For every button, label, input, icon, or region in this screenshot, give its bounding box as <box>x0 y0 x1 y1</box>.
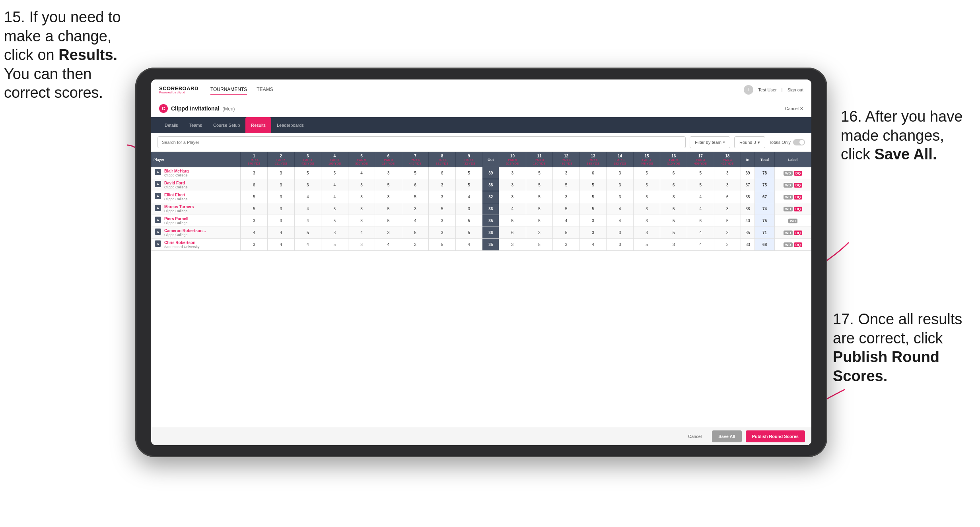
score-hole-18[interactable]: 3 <box>714 227 741 239</box>
score-hole-6[interactable]: 5 <box>375 179 402 191</box>
score-hole-12[interactable]: 5 <box>553 203 580 215</box>
score-hole-12[interactable]: 3 <box>553 167 580 179</box>
score-hole-2[interactable]: 4 <box>268 227 295 239</box>
score-hole-13[interactable]: 5 <box>579 191 607 203</box>
score-hole-1[interactable]: 5 <box>241 203 268 215</box>
score-hole-10[interactable]: 6 <box>499 227 526 239</box>
score-hole-6[interactable]: 4 <box>375 239 402 251</box>
score-hole-16[interactable]: 5 <box>660 227 687 239</box>
score-hole-4[interactable]: 5 <box>321 167 348 179</box>
score-hole-3[interactable]: 5 <box>294 167 321 179</box>
score-hole-1[interactable]: 3 <box>241 215 268 227</box>
score-hole-17[interactable]: 5 <box>687 179 714 191</box>
score-hole-14[interactable]: 4 <box>607 203 634 215</box>
score-hole-4[interactable]: 5 <box>321 239 348 251</box>
score-hole-16[interactable]: 6 <box>660 167 687 179</box>
filter-by-team-button[interactable]: Filter by team ▾ <box>690 136 730 148</box>
tab-course-setup[interactable]: Course Setup <box>208 117 245 133</box>
score-hole-6[interactable]: 3 <box>375 191 402 203</box>
score-hole-12[interactable]: 3 <box>553 191 580 203</box>
score-hole-2[interactable]: 3 <box>268 203 295 215</box>
score-hole-18[interactable]: 3 <box>714 203 741 215</box>
score-hole-16[interactable]: 6 <box>660 179 687 191</box>
score-hole-3[interactable]: 4 <box>294 215 321 227</box>
score-hole-16[interactable]: 3 <box>660 239 687 251</box>
score-hole-11[interactable]: 3 <box>526 227 553 239</box>
save-all-button[interactable]: Save All <box>712 430 741 442</box>
score-hole-13[interactable]: 6 <box>579 167 607 179</box>
score-hole-15[interactable]: 5 <box>633 167 660 179</box>
score-hole-3[interactable]: 3 <box>294 179 321 191</box>
score-hole-12[interactable]: 5 <box>553 179 580 191</box>
score-hole-11[interactable]: 5 <box>526 167 553 179</box>
score-hole-16[interactable]: 3 <box>660 191 687 203</box>
score-hole-7[interactable]: 3 <box>402 203 429 215</box>
score-hole-9[interactable]: 5 <box>455 227 482 239</box>
score-hole-17[interactable]: 4 <box>687 203 714 215</box>
score-hole-13[interactable]: 5 <box>579 203 607 215</box>
score-hole-5[interactable]: 4 <box>348 167 375 179</box>
score-hole-4[interactable]: 5 <box>321 215 348 227</box>
score-hole-17[interactable]: 6 <box>687 215 714 227</box>
search-input[interactable] <box>158 136 686 148</box>
score-hole-9[interactable]: 4 <box>455 239 482 251</box>
score-hole-7[interactable]: 5 <box>402 191 429 203</box>
score-hole-1[interactable]: 3 <box>241 239 268 251</box>
score-hole-9[interactable]: 3 <box>455 203 482 215</box>
score-hole-14[interactable]: 3 <box>607 239 634 251</box>
score-hole-11[interactable]: 5 <box>526 215 553 227</box>
score-hole-14[interactable]: 4 <box>607 215 634 227</box>
score-hole-11[interactable]: 5 <box>526 203 553 215</box>
score-hole-8[interactable]: 6 <box>429 167 456 179</box>
score-hole-5[interactable]: 4 <box>348 227 375 239</box>
score-hole-12[interactable]: 5 <box>553 227 580 239</box>
cancel-tournament-link[interactable]: Cancel ✕ <box>785 106 803 111</box>
sign-out-link[interactable]: Sign out <box>788 87 803 92</box>
score-hole-15[interactable]: 3 <box>633 203 660 215</box>
score-hole-5[interactable]: 3 <box>348 179 375 191</box>
score-hole-15[interactable]: 5 <box>633 191 660 203</box>
score-hole-18[interactable]: 5 <box>714 215 741 227</box>
cancel-button[interactable]: Cancel <box>682 430 708 442</box>
score-hole-3[interactable]: 4 <box>294 203 321 215</box>
score-hole-6[interactable]: 5 <box>375 215 402 227</box>
round-select-button[interactable]: Round 3 ▾ <box>734 136 765 148</box>
score-hole-8[interactable]: 5 <box>429 203 456 215</box>
score-hole-6[interactable]: 3 <box>375 167 402 179</box>
score-hole-1[interactable]: 3 <box>241 167 268 179</box>
score-hole-8[interactable]: 3 <box>429 227 456 239</box>
score-hole-5[interactable]: 3 <box>348 215 375 227</box>
score-hole-11[interactable]: 5 <box>526 191 553 203</box>
score-hole-4[interactable]: 4 <box>321 191 348 203</box>
score-hole-10[interactable]: 5 <box>499 215 526 227</box>
score-hole-9[interactable]: 5 <box>455 179 482 191</box>
score-hole-15[interactable]: 5 <box>633 179 660 191</box>
score-hole-4[interactable]: 4 <box>321 179 348 191</box>
score-hole-18[interactable]: 3 <box>714 179 741 191</box>
score-hole-5[interactable]: 3 <box>348 191 375 203</box>
score-hole-1[interactable]: 6 <box>241 179 268 191</box>
score-hole-5[interactable]: 3 <box>348 239 375 251</box>
score-hole-7[interactable]: 3 <box>402 239 429 251</box>
score-hole-3[interactable]: 4 <box>294 239 321 251</box>
score-hole-6[interactable]: 5 <box>375 203 402 215</box>
score-hole-1[interactable]: 4 <box>241 227 268 239</box>
score-hole-18[interactable]: 3 <box>714 239 741 251</box>
score-hole-16[interactable]: 5 <box>660 215 687 227</box>
tab-details[interactable]: Details <box>159 117 184 133</box>
tab-teams[interactable]: Teams <box>184 117 208 133</box>
score-hole-2[interactable]: 3 <box>268 179 295 191</box>
score-hole-10[interactable]: 3 <box>499 191 526 203</box>
score-hole-8[interactable]: 5 <box>429 239 456 251</box>
score-hole-15[interactable]: 5 <box>633 239 660 251</box>
score-hole-13[interactable]: 4 <box>579 239 607 251</box>
score-hole-8[interactable]: 3 <box>429 179 456 191</box>
score-hole-5[interactable]: 3 <box>348 203 375 215</box>
score-hole-9[interactable]: 5 <box>455 167 482 179</box>
score-hole-11[interactable]: 5 <box>526 179 553 191</box>
score-hole-4[interactable]: 3 <box>321 227 348 239</box>
score-hole-18[interactable]: 6 <box>714 191 741 203</box>
score-hole-2[interactable]: 3 <box>268 191 295 203</box>
score-hole-9[interactable]: 5 <box>455 215 482 227</box>
score-hole-17[interactable]: 4 <box>687 227 714 239</box>
